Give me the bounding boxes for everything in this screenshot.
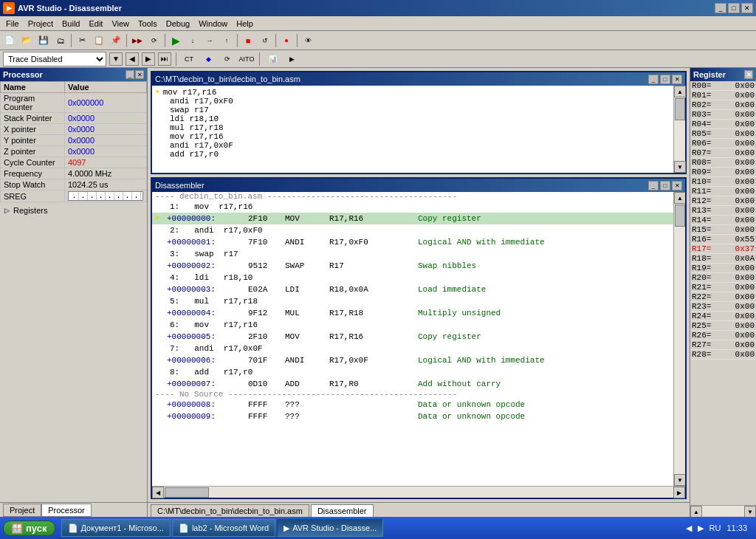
disasm-row-label-3: 3:swap r17 [152,248,673,260]
menu-debug[interactable]: Debug [162,18,194,30]
trace-extra-3[interactable]: ⟳ [219,51,236,67]
menu-project[interactable]: Project [24,18,58,30]
trace-extra-4[interactable]: AITO [238,51,255,67]
menu-edit[interactable]: Edit [84,18,107,30]
build-button[interactable]: ▶▶ [129,32,145,49]
menu-help[interactable]: Help [232,18,258,30]
reg-scroll-up[interactable]: ▲ [690,506,702,517]
disasm-scroll-down[interactable]: ▼ [674,474,685,486]
window-title: AVR Studio - Disassembler [18,4,122,13]
reg-scroll-down[interactable]: ▼ [744,506,756,517]
step-out-button[interactable]: ↑ [219,32,235,49]
source-scroll-thumb[interactable] [675,98,685,120]
disasm-row-label-6: 6:mov r17,r16 [152,319,673,331]
tab-source[interactable]: C:\MT\decbin_to_bin\decbin_to_bin.asm [151,504,309,517]
new-button[interactable]: 📄 [1,32,18,49]
reg-scroll-track[interactable] [702,506,744,516]
disasm-hscroll[interactable]: ◀ ▶ [152,486,685,498]
toolbar-separator-6 [297,34,298,47]
trace-extra-2[interactable]: ◆ [200,51,216,67]
trace-btn-3[interactable]: ▶ [142,52,155,66]
disasm-scroll-left[interactable]: ◀ [152,487,164,498]
taskbar-item-3[interactable]: ▶ AVR Studio - Disasse... [277,519,383,537]
disasm-scroll-thumb[interactable] [675,205,685,227]
trace-btn-2[interactable]: ◀ [126,52,139,66]
cut-button[interactable]: ✂ [74,32,90,49]
tab-processor[interactable]: Processor [41,504,92,517]
disasm-row-label-8: 8:add r17,r0 [152,366,673,378]
processor-minimize[interactable]: _ [126,70,134,79]
copy-button[interactable]: 📋 [91,32,107,49]
sreg-bit: . [106,192,114,200]
reg-item-r14: R14=0x00 [690,216,756,225]
disasm-vscroll[interactable]: ▲ ▼ [673,192,685,486]
menu-window[interactable]: Window [194,18,232,30]
open-button[interactable]: 📂 [18,32,35,49]
menu-file[interactable]: File [1,18,24,30]
menu-build[interactable]: Build [58,18,84,30]
source-maximize[interactable]: □ [660,75,670,84]
trace-extra-1[interactable]: CT [181,51,197,67]
disasm-maximize[interactable]: □ [660,181,670,190]
source-vscroll[interactable]: ▲ ▼ [673,86,685,173]
disasm-scroll-right[interactable]: ▶ [673,487,685,498]
trace-btn-4[interactable]: ⏭ [158,52,171,66]
disasm-scroll-track[interactable] [674,204,685,474]
trace-extra-5[interactable]: 📊 [264,51,281,67]
trace-btn-1[interactable]: ▼ [109,52,123,66]
disasm-hscroll-thumb[interactable] [165,487,209,498]
disasm-close[interactable]: ✕ [672,181,682,190]
stop-button[interactable]: ■ [240,32,256,49]
run-button[interactable]: ▶ [168,32,184,49]
source-scroll-track[interactable] [674,97,685,161]
reg-name: Y pointer [1,135,65,146]
app-icon: ▶ [3,2,15,14]
processor-table: Name Value Program Counter 0x000000 Stac… [0,81,147,202]
disasm-mnem: ??? [285,411,329,422]
watch-button[interactable]: 👁 [300,32,316,49]
table-row: Y pointer 0x0000 [1,135,147,146]
disasm-scroll-up[interactable]: ▲ [674,192,685,204]
disasm-minimize[interactable]: _ [648,181,659,190]
taskbar-nav-left[interactable]: ◀ [686,523,692,533]
disasm-ops: R18,0x0A [329,284,418,295]
menu-view[interactable]: View [107,18,134,30]
source-minimize[interactable]: _ [648,75,659,84]
source-scroll-down[interactable]: ▼ [674,161,686,173]
reg-item-r27: R27=0x00 [690,340,756,350]
taskbar-nav-right[interactable]: ▶ [698,523,704,533]
source-close[interactable]: ✕ [672,75,682,84]
close-button[interactable]: ✕ [741,3,753,13]
disasm-hscroll-track[interactable] [164,487,673,498]
step-into-button[interactable]: ↓ [185,32,201,49]
disasm-hex: 2F10 [248,331,285,343]
breakpoint-button[interactable]: ● [278,32,295,49]
taskbar-item-2[interactable]: 📄 lab2 - Microsoft Word [172,519,275,537]
register-vscroll[interactable]: ▲ ▼ [690,505,756,517]
register-close-button[interactable]: ✕ [744,70,753,79]
trace-extra-6[interactable]: ▶ [284,51,300,67]
save-all-button[interactable]: 🗂 [52,32,69,49]
step-over-button[interactable]: → [202,32,218,49]
trace-dropdown[interactable]: Trace Disabled [3,52,106,66]
maximize-button[interactable]: □ [728,3,740,13]
disasm-arrow-empty [155,307,167,319]
disasm-arrow-empty [155,331,167,343]
source-scroll-up[interactable]: ▲ [674,86,686,97]
start-button[interactable]: 🪟 пуск [3,521,55,536]
reg-value: 4.0000 MHz [65,168,147,179]
paste-button[interactable]: 📌 [108,32,124,49]
reset-button[interactable]: ↺ [257,32,273,49]
disasm-content[interactable]: ---- decbin_to_bin.asm -----------------… [152,192,673,486]
tab-project[interactable]: Project [3,504,41,517]
taskbar-item-1[interactable]: 📄 Документ1 - Microsо... [61,519,171,537]
tree-item-registers[interactable]: ▷ Registers [3,205,144,216]
minimize-button[interactable]: _ [715,3,726,13]
rebuild-button[interactable]: ⟳ [146,32,162,49]
tab-disasm[interactable]: Disassembler [311,504,374,517]
processor-close[interactable]: ✕ [135,70,144,79]
reg-item-r16: R16=0x55 [690,235,756,244]
save-button[interactable]: 💾 [35,32,52,49]
register-list[interactable]: R00=0x00 R01=0x00 R02=0x00 R03=0x00 R04=… [690,81,756,505]
menu-tools[interactable]: Tools [134,18,162,30]
